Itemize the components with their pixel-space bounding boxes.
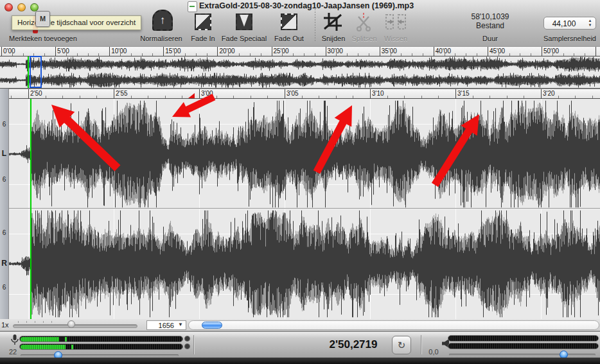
zoom-slider[interactable] (13, 324, 137, 328)
ruler-major-tick (285, 89, 285, 99)
ruler-label: 0'00 (3, 48, 15, 55)
duration-label: Duur (456, 35, 524, 42)
clip-indicator (184, 336, 190, 342)
ruler-major-tick (434, 47, 434, 56)
ruler-minor-tick (421, 96, 422, 98)
zoom-bar: 1x 1656 ▼ (0, 319, 600, 331)
ruler-minor-tick (391, 53, 391, 56)
tooltip: Horizontale tijdschaal voor overzicht (12, 15, 141, 30)
ruler-minor-tick (62, 96, 63, 98)
ruler-minor-tick (80, 96, 80, 98)
transport-bar: 22 |◀◀◀▶▶▶ 2'50,2719 ↻ 0,0 (0, 331, 600, 358)
add-marker-button[interactable]: Merkteken toevoegen (9, 35, 118, 42)
record-meter-right (19, 343, 183, 350)
close-window-button[interactable] (4, 3, 13, 12)
ruler-label: 2'55 (116, 90, 128, 97)
ruler-major-tick (488, 47, 488, 56)
split-button: Splitsen (349, 35, 379, 42)
loop-button[interactable]: ↻ (392, 336, 411, 354)
fade-out-icon[interactable] (281, 13, 297, 30)
right-level-label-top: 6 (0, 229, 8, 236)
ruler-minor-tick (148, 96, 148, 98)
ruler-minor-tick (12, 53, 13, 56)
channel-gutter: 6 L 6 6 R 6 (0, 89, 9, 319)
volume-slider[interactable] (449, 354, 596, 356)
ruler-minor-tick (473, 96, 473, 98)
ruler-major-tick (596, 47, 596, 56)
scrollbar-thumb[interactable] (202, 322, 222, 329)
dropdown-arrow-icon: ▼ (178, 322, 183, 327)
ruler-minor-tick (499, 53, 499, 56)
ruler-minor-tick (152, 53, 153, 56)
ruler-minor-tick (574, 53, 574, 56)
audio-editor-window: ExtraGold-2015-08-30-zondag10-JaapJansen… (0, 0, 600, 364)
ruler-minor-tick (477, 53, 477, 56)
ruler-major-tick (380, 47, 380, 56)
overview-view-selection[interactable] (30, 56, 42, 88)
fade-in-button[interactable]: Fade In (186, 35, 220, 42)
ruler-minor-tick (251, 96, 251, 98)
microphone-icon (11, 334, 19, 346)
left-level-label-bottom: 6 (0, 176, 8, 183)
window-title: ExtraGold-2015-08-30-zondag10-JaapJansen… (199, 1, 414, 10)
fade-special-button[interactable]: Fade Speciaal (220, 35, 269, 42)
section-divider (193, 335, 194, 354)
zoom-value: 1656 (159, 322, 174, 329)
ruler-major-tick (1, 47, 2, 56)
ruler-minor-tick (563, 53, 564, 56)
ruler-label: 20'00 (219, 48, 234, 55)
ruler-label: 3'00 (201, 90, 213, 97)
ruler-minor-tick (423, 53, 423, 56)
ruler-major-tick (541, 89, 542, 99)
ruler-minor-tick (216, 96, 217, 98)
ruler-minor-tick (165, 96, 166, 98)
main-time-ruler[interactable]: 2'502'553'003'053'103'153'20 (0, 89, 600, 99)
ruler-major-tick (28, 89, 29, 99)
ruler-label: 3'15 (457, 90, 470, 97)
ruler-minor-tick (592, 96, 593, 98)
zoom-value-select[interactable]: 1656 ▼ (146, 320, 186, 330)
zoom-slider-thumb[interactable] (67, 320, 75, 328)
overview-waveform[interactable] (0, 56, 600, 89)
ruler-major-tick (199, 89, 200, 99)
cut-button[interactable]: Snijden (317, 35, 349, 42)
ruler-major-tick (217, 47, 218, 56)
ruler-label: 30'00 (328, 48, 343, 55)
minimize-window-button[interactable] (17, 3, 26, 12)
normalize-icon[interactable]: ↑ (152, 10, 173, 31)
ruler-minor-tick (524, 96, 524, 98)
ruler-minor-tick (174, 53, 175, 56)
stepper-arrows-icon[interactable]: ▲▼ (587, 19, 594, 28)
fade-special-icon[interactable] (236, 13, 252, 30)
ruler-minor-tick (96, 96, 97, 98)
ruler-minor-tick (336, 96, 337, 98)
ruler-major-tick (455, 89, 456, 99)
ruler-minor-tick (531, 53, 531, 56)
marker-tick[interactable] (188, 93, 195, 98)
overview-time-ruler[interactable]: 0'005'0010'0015'0020'0025'0030'0035'0040… (0, 46, 600, 56)
ruler-minor-tick (185, 53, 186, 56)
overview-playhead (28, 56, 29, 88)
cut-icon[interactable] (322, 12, 343, 31)
ruler-label: 25'00 (274, 48, 289, 55)
volume-value: 0,0 (424, 348, 443, 356)
normalize-button[interactable]: Normaliseren (137, 35, 186, 42)
ruler-minor-tick (46, 96, 46, 98)
record-level-slider[interactable] (21, 354, 179, 356)
ruler-label: 50'00 (543, 48, 559, 55)
ruler-major-tick (163, 47, 164, 56)
playback-speed-label: 1x (1, 321, 9, 329)
ruler-minor-tick (455, 53, 455, 56)
ruler-major-tick (272, 47, 272, 56)
ruler-minor-tick (182, 96, 182, 98)
fade-out-button[interactable]: Fade Out (271, 35, 307, 42)
ruler-minor-tick (131, 53, 132, 56)
right-level-label-bottom: 6 (0, 284, 8, 291)
ruler-minor-tick (336, 53, 337, 56)
ruler-label: 45'00 (490, 48, 505, 55)
samplerate-select[interactable]: 44,100 ▲▼ (543, 17, 596, 30)
fade-in-icon[interactable] (195, 13, 211, 30)
horizontal-scrollbar[interactable] (188, 320, 599, 330)
main-waveform[interactable] (9, 99, 600, 319)
record-meter-left (19, 336, 183, 342)
